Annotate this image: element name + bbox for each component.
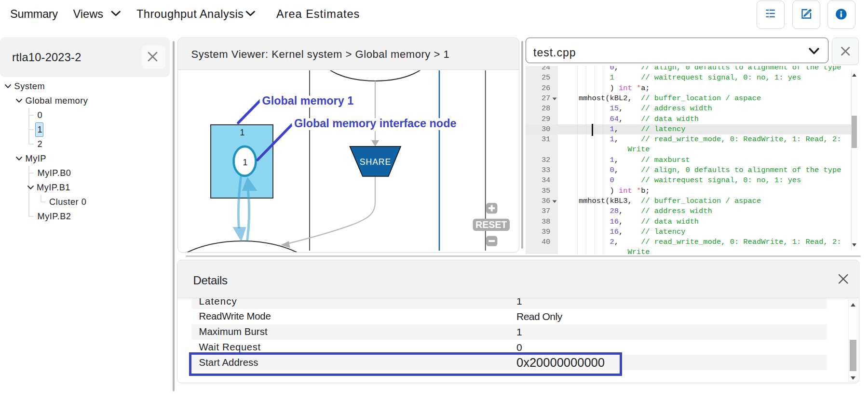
svg-text:RESET: RESET: [475, 219, 507, 230]
svg-text:1: 1: [243, 158, 248, 167]
svg-text:Global memory interface node: Global memory interface node: [294, 117, 456, 130]
svg-text:1: 1: [240, 128, 245, 137]
svg-text:Global memory 1: Global memory 1: [262, 94, 354, 107]
svg-text:SHARE: SHARE: [360, 157, 392, 167]
